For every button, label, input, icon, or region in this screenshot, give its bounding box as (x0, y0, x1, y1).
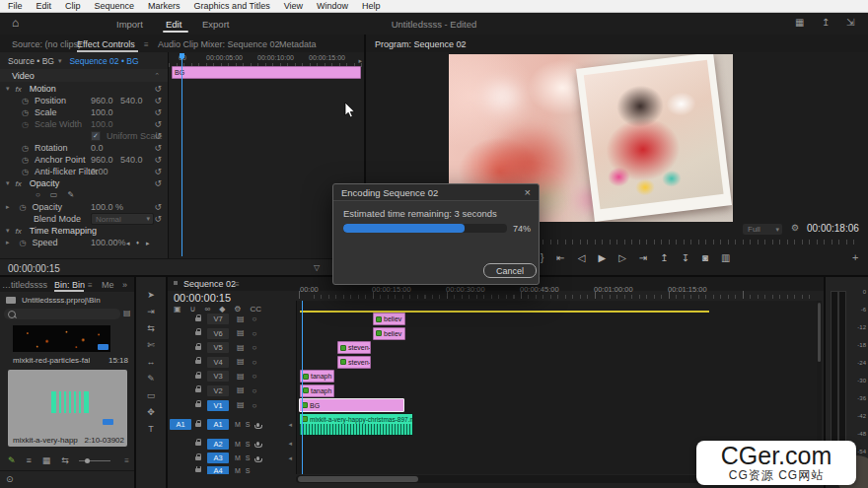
track-lock-icon[interactable] (195, 317, 201, 321)
track-target-button[interactable]: V6 (207, 328, 229, 339)
solo-button[interactable]: S (243, 467, 253, 474)
ec-row-anchor-point[interactable]: ◷ Anchor Point 960.0 540.0 ↺ (0, 154, 168, 166)
type-tool[interactable]: T (148, 425, 154, 434)
reset-icon[interactable]: ↺ (154, 84, 162, 94)
track-target-button[interactable]: V3 (207, 371, 229, 382)
collapse-track-icon[interactable]: ◂ (288, 440, 292, 448)
toggle-track-output-icon[interactable]: ○ (253, 401, 257, 410)
menu-item[interactable]: Help (362, 1, 381, 11)
toggle-track-output-icon[interactable]: ○ (253, 358, 257, 367)
solo-button[interactable]: S (243, 441, 253, 448)
ec-row-anti-flicker[interactable]: ◷ Anti-flicker Filter 0.00 ↺ (0, 166, 168, 177)
search-input[interactable] (4, 309, 120, 319)
sync-lock-icon[interactable]: ▤ (237, 358, 245, 366)
icon-view-icon[interactable]: ▦ (42, 456, 51, 465)
pen-mask-icon[interactable]: ✎ (67, 191, 74, 199)
sync-lock-icon[interactable]: ▤ (237, 344, 245, 352)
menu-item[interactable]: Markers (148, 1, 181, 11)
sync-lock-icon[interactable]: ▤ (237, 315, 245, 323)
clip-v2[interactable]: tanaph (300, 384, 334, 397)
track-lock-icon[interactable] (195, 346, 201, 350)
next-keyframe-icon[interactable]: ▸ (146, 240, 150, 246)
go-to-in-icon[interactable]: ⇤ (556, 253, 564, 263)
project-menu-icon[interactable]: ≡ (124, 456, 129, 465)
toggle-track-output-icon[interactable]: ○ (253, 372, 257, 381)
track-target-button[interactable]: V5 (207, 342, 229, 353)
track-target-button[interactable]: A3 (207, 453, 229, 463)
media-thumbnail-video[interactable] (13, 325, 110, 352)
tab-program-monitor[interactable]: Program: Sequence 02 (375, 39, 467, 49)
reset-icon[interactable]: ↺ (154, 178, 162, 188)
dialog-title-bar[interactable]: Encoding Sequence 02 × (333, 184, 539, 201)
track-target-button[interactable]: V7 (207, 314, 229, 324)
track-header-v6[interactable]: V6 ▤ ○ (168, 327, 296, 340)
track-header-v3[interactable]: V3 ▤ ○ (168, 370, 296, 383)
ec-row-motion[interactable]: ▾fx Motion ↺ (0, 83, 168, 95)
selection-tool[interactable]: ➤ (147, 291, 155, 300)
program-timecode[interactable]: 00:00:18:06 (807, 223, 859, 234)
panel-menu-icon[interactable]: ≡ (88, 281, 93, 290)
stopwatch-icon[interactable]: ◷ (22, 168, 29, 176)
track-lock-icon[interactable] (195, 403, 201, 407)
reset-icon[interactable]: ↺ (154, 131, 162, 141)
mark-out-icon[interactable]: } (541, 253, 543, 263)
reset-icon[interactable]: ↺ (154, 143, 162, 153)
track-header-a2[interactable]: A2 M S ◂ (168, 438, 296, 451)
track-header-v2[interactable]: V2 ▤ ○ (168, 384, 296, 397)
sync-lock-icon[interactable]: ▤ (237, 329, 245, 337)
clip-v4[interactable]: steven- (337, 356, 371, 369)
settings-wrench-icon[interactable]: ⚙ (791, 224, 799, 233)
solo-button[interactable]: S (243, 454, 253, 461)
play-icon[interactable]: ▶ (598, 253, 606, 263)
toggle-track-output-icon[interactable]: ○ (253, 386, 257, 395)
uniform-scale-checkbox[interactable]: ✓ (91, 131, 101, 141)
quick-export-icon[interactable]: ↥ (822, 18, 830, 28)
track-lock-icon[interactable] (195, 423, 201, 427)
extract-icon[interactable]: ↧ (682, 253, 689, 263)
ec-row-scale[interactable]: ◷ Scale 100.0 ↺ (0, 106, 168, 118)
track-lock-icon[interactable] (195, 456, 201, 460)
stopwatch-icon[interactable]: ◷ (20, 203, 27, 212)
bin-breadcrumb[interactable]: Untitledssss.prproj\Bin (0, 294, 134, 307)
menu-item[interactable]: Edit (36, 1, 52, 11)
blend-mode-dropdown[interactable]: Normal ▾ (91, 213, 154, 225)
track-lock-icon[interactable] (195, 442, 201, 446)
menu-item[interactable]: Graphics and Titles (194, 1, 270, 11)
stopwatch-icon[interactable]: ◷ (22, 156, 29, 165)
track-lock-icon[interactable] (195, 375, 201, 379)
track-lock-icon[interactable] (195, 468, 201, 472)
reset-icon[interactable]: ↺ (154, 119, 162, 129)
sync-lock-icon[interactable]: ▤ (237, 386, 245, 394)
track-lock-icon[interactable] (195, 360, 201, 364)
collapse-icon[interactable]: ⌃ (154, 72, 160, 80)
clip-v5[interactable]: steven- (337, 341, 371, 354)
track-header-v7[interactable]: V7 ▤ ○ (168, 313, 296, 325)
reset-icon[interactable]: ↺ (154, 96, 162, 105)
ec-row-blend-mode[interactable]: Blend Mode Normal ▾ ↺ (0, 213, 168, 225)
tab-bin[interactable]: Bin: Bin (54, 280, 85, 290)
ec-row-time-remapping[interactable]: ▾fx Time Remapping (0, 225, 168, 237)
menu-item[interactable]: Window (317, 1, 348, 11)
track-header-v1[interactable]: V1 ▤ ○ (168, 398, 296, 412)
solo-button[interactable]: S (243, 421, 253, 428)
filter-icon[interactable]: ▽ (314, 264, 320, 272)
tab-metadata[interactable]: Metadata (279, 39, 317, 49)
track-header-v4[interactable]: V4 ▤ ○ (168, 356, 296, 369)
track-lock-icon[interactable] (195, 331, 201, 335)
go-to-out-icon[interactable]: ⇥ (639, 253, 647, 263)
zoom-level-dropdown[interactable]: Full ▾ (743, 224, 782, 235)
timeline-playhead-line[interactable] (302, 301, 303, 474)
reset-icon[interactable]: ↺ (154, 155, 162, 165)
ec-row-scale-width[interactable]: ◷ Scale Width 100.0 ↺ (0, 118, 168, 130)
reset-icon[interactable]: ↺ (154, 107, 162, 117)
mute-button[interactable]: M (233, 441, 243, 448)
mute-button[interactable]: M (233, 454, 243, 461)
project-writable-icon[interactable]: ✎ (8, 456, 16, 465)
source-patch-button[interactable]: A1 (170, 419, 191, 430)
ec-sequence-link[interactable]: Sequence 02 • BG (69, 56, 138, 66)
razor-tool[interactable]: ✄ (147, 341, 155, 350)
ec-timecode[interactable]: 00:00:00:15 (8, 263, 60, 274)
step-forward-icon[interactable]: ▷ (618, 253, 626, 263)
ec-row-rotation[interactable]: ◷ Rotation 0.0 ↺ (0, 142, 168, 154)
pen-tool[interactable]: ✎ (147, 375, 155, 383)
